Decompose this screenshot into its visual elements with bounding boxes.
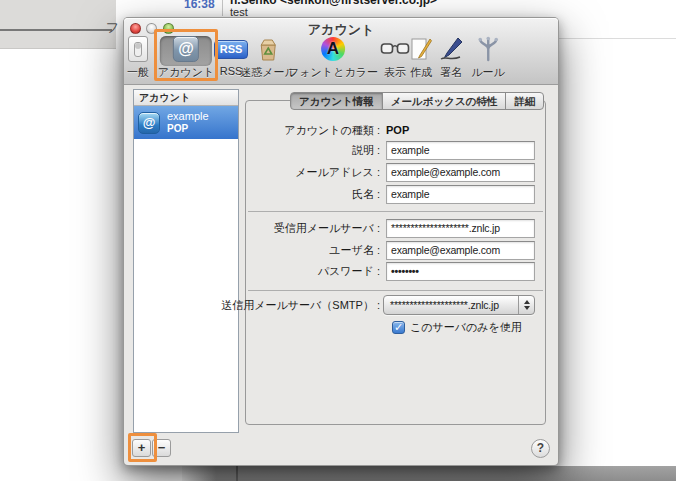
background-toolbar-fragment	[0, 0, 116, 49]
account-list-item[interactable]: @ example POP	[134, 106, 238, 139]
general-switch-icon	[124, 35, 152, 63]
account-type-badge: POP	[167, 123, 209, 135]
screenshot-stage: フ 16:38 n.Senko <senkoh@firstserver.co.j…	[0, 0, 676, 481]
settings-tab-bar: アカウント情報 メールボックスの特性 詳細	[290, 92, 544, 110]
account-name: example	[167, 110, 209, 123]
background-column-divider	[236, 466, 238, 481]
remove-account-button[interactable]: −	[152, 439, 171, 457]
background-fade	[182, 466, 216, 481]
incoming-server-label: 受信用メールサーバ :	[274, 219, 380, 238]
checkbox-checked-icon[interactable]: ✓	[392, 321, 405, 334]
account-settings-panel: アカウント情報 メールボックスの特性 詳細 アカウントの種類 : POP 説明 …	[245, 100, 546, 425]
accounts-list-header: アカウント	[134, 90, 238, 106]
junk-bag-icon	[254, 35, 282, 63]
account-type-value: POP	[386, 121, 409, 140]
message-time-text: 16:38	[184, 0, 215, 11]
accounts-list: アカウント @ example POP	[133, 89, 239, 433]
glasses-icon	[380, 35, 410, 63]
toolbar-item-rules[interactable]: ルール	[471, 35, 505, 80]
toolbar-item-fonts-colors[interactable]: A フォントとカラー	[288, 35, 378, 80]
user-name-input[interactable]: example@example.com	[386, 241, 535, 260]
tab-advanced[interactable]: 詳細	[505, 92, 544, 110]
toolbar-item-viewing[interactable]: 表示	[380, 35, 410, 80]
incoming-server-input[interactable]: ********************.znlc.jp	[386, 219, 535, 238]
smtp-server-select[interactable]: ********************.znlc.jp	[383, 295, 535, 315]
full-name-label: 氏名 :	[352, 185, 380, 204]
help-button[interactable]: ?	[531, 439, 550, 458]
use-only-this-server-label: このサーバのみを使用	[410, 320, 522, 335]
user-name-label: ユーザ名 :	[329, 241, 380, 260]
smtp-server-label: 送信用メールサーバ（SMTP） :	[221, 296, 380, 315]
smtp-server-value: ********************.znlc.jp	[390, 299, 499, 311]
password-input[interactable]: ••••••••	[386, 262, 535, 281]
tab-account-information[interactable]: アカウント情報	[290, 92, 383, 110]
window-chrome: アカウント 一般 @ アカウント RSS RSS	[124, 18, 558, 85]
add-account-button[interactable]: +	[132, 439, 151, 457]
toolbar-item-general[interactable]: 一般	[124, 35, 152, 80]
toolbar-item-accounts[interactable]: @ アカウント	[158, 35, 214, 80]
account-at-icon: @	[138, 112, 160, 134]
compose-icon	[407, 35, 435, 63]
fonts-colors-icon: A	[319, 35, 347, 63]
account-type-label: アカウントの種類 :	[284, 121, 380, 140]
rules-icon	[474, 35, 502, 63]
signature-icon	[437, 35, 465, 63]
email-address-label: メールアドレス :	[295, 163, 380, 182]
email-address-input[interactable]: example@example.com	[386, 163, 535, 182]
description-input[interactable]: example	[386, 141, 535, 160]
background-window-fragment	[182, 466, 676, 481]
at-icon: @	[172, 35, 200, 63]
section-divider	[248, 290, 543, 291]
message-list-column-divider	[222, 0, 223, 16]
background-divider-line	[0, 29, 112, 31]
password-label: パスワード :	[318, 262, 380, 281]
description-label: 説明 :	[352, 141, 380, 160]
message-sender-text: n.Senko <senkoh@firstserver.co.jp>	[230, 0, 437, 7]
popup-stepper-icon	[518, 296, 534, 314]
section-divider	[248, 211, 543, 212]
background-hairline	[559, 38, 676, 39]
toolbar-item-composing[interactable]: 作成	[407, 35, 435, 80]
tab-mailbox-behaviors[interactable]: メールボックスの特性	[382, 92, 507, 110]
toolbar-item-signatures[interactable]: 署名	[437, 35, 465, 80]
full-name-input[interactable]: example	[386, 185, 535, 204]
mail-preferences-window: アカウント 一般 @ アカウント RSS RSS	[123, 17, 559, 466]
background-partial-text: フ	[106, 19, 119, 37]
use-only-this-server-row[interactable]: ✓ このサーバのみを使用	[392, 320, 522, 335]
